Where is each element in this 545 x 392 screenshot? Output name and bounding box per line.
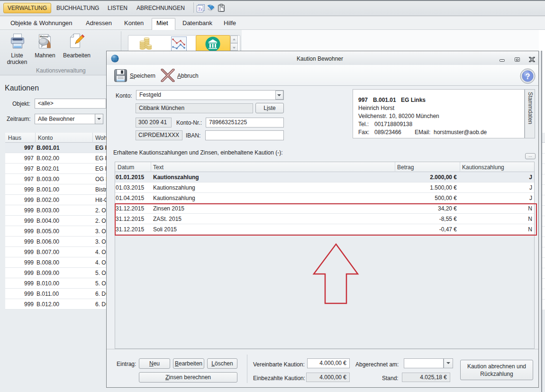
svg-text:Tx: Tx — [198, 7, 203, 12]
svg-text:?: ? — [525, 72, 530, 81]
svg-text:Mahnu: Mahnu — [40, 35, 48, 38]
